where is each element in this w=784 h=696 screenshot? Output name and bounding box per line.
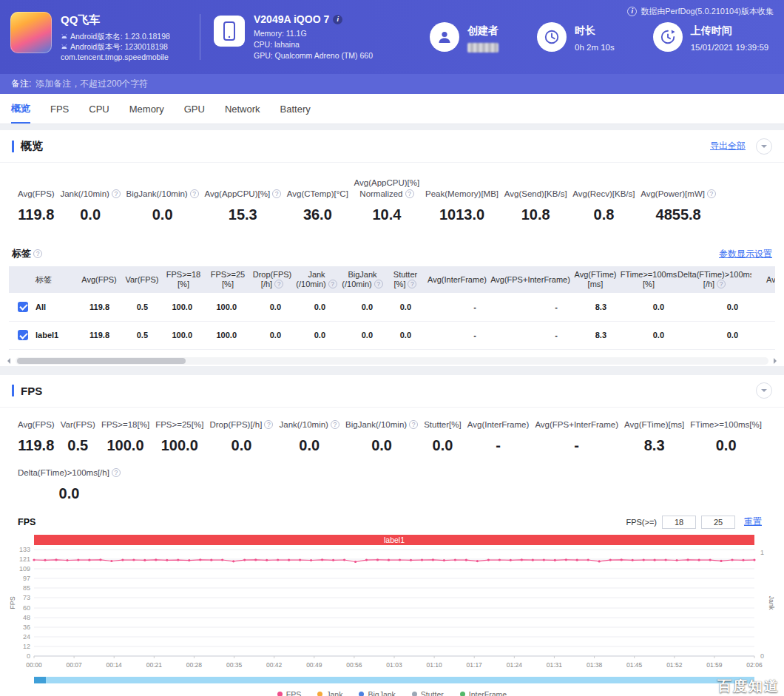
legend-label: FPS	[286, 690, 301, 696]
fps-metrics-row2: Delta(FTime)>100ms[/h]?0.0	[0, 457, 784, 513]
metric: Var(FPS)0.5	[61, 419, 95, 454]
tab-Battery[interactable]: Battery	[280, 94, 311, 124]
svg-text:0: 0	[760, 652, 764, 660]
help-icon[interactable]: ?	[112, 468, 121, 477]
metric-label: Drop(FPS)[/h]?	[209, 419, 273, 430]
cell-value: 0.5	[123, 321, 161, 349]
export-all-link[interactable]: 导出全部	[710, 140, 746, 152]
svg-text:01:17: 01:17	[467, 661, 483, 669]
legend-label: BigJank	[368, 690, 395, 696]
svg-text:1: 1	[760, 549, 764, 556]
tab-Network[interactable]: Network	[225, 94, 260, 124]
metric-label: Avg(Recv)[KB/s]	[572, 189, 635, 200]
row-label: All	[36, 303, 46, 311]
tab-FPS[interactable]: FPS	[50, 94, 69, 124]
metric-label: Avg(FPS+InterFrame)	[535, 419, 618, 430]
metric: FPS>=18[%]100.0	[101, 419, 149, 454]
legend-item-InterFrame[interactable]: InterFrame	[460, 690, 507, 696]
labels-table: 标签Avg(FPS)Var(FPS)FPS>=18[%]FPS>=25[%]Dr…	[9, 266, 775, 350]
svg-text:01:24: 01:24	[507, 661, 523, 669]
legend-item-Stutter[interactable]: Stutter	[412, 690, 444, 696]
help-icon[interactable]: ?	[374, 280, 383, 288]
tab-GPU[interactable]: GPU	[184, 94, 205, 124]
app-icon	[10, 12, 52, 53]
android-icon	[61, 44, 67, 50]
scroll-right-arrow[interactable]	[774, 358, 777, 364]
tab-CPU[interactable]: CPU	[89, 94, 109, 124]
metric: Avg(FPS)119.8	[18, 419, 55, 454]
scrollbar-thumb[interactable]	[17, 358, 186, 364]
row-checkbox[interactable]	[18, 330, 28, 340]
fps-threshold2-input[interactable]	[701, 516, 735, 529]
help-icon[interactable]: ?	[112, 189, 121, 198]
help-icon[interactable]: ?	[717, 280, 726, 288]
metric-value: 0.0	[60, 206, 120, 223]
metric-value: -	[535, 437, 618, 454]
metric: FPS>=25[%]100.0	[155, 419, 203, 454]
collapse-fps-button[interactable]	[756, 382, 772, 399]
help-icon[interactable]: ?	[33, 249, 42, 258]
help-icon[interactable]: ?	[272, 189, 281, 198]
metric-label: Avg(FPS)	[18, 419, 55, 430]
legend-item-Jank[interactable]: Jank	[317, 690, 342, 696]
scroll-left-arrow[interactable]	[7, 358, 10, 364]
labels-title: 标签	[12, 247, 31, 260]
device-info-block: V2049A iQOO 7 i Memory: 11.1G CPU: lahai…	[214, 13, 391, 61]
svg-text:01:59: 01:59	[706, 661, 723, 669]
note-bar[interactable]: 备注: 添加备注，不超过200个字符	[0, 74, 784, 94]
legend-item-FPS[interactable]: FPS	[277, 690, 301, 696]
cell-value: -	[425, 321, 490, 349]
legend-item-BigJank[interactable]: BigJank	[359, 690, 395, 696]
svg-text:36: 36	[23, 624, 30, 631]
cell-value: 0.0	[250, 321, 294, 349]
help-icon[interactable]: ?	[264, 420, 273, 429]
cell-value: 0.0	[620, 321, 677, 349]
watermark: 百度知道	[717, 677, 780, 696]
tab-Memory[interactable]: Memory	[129, 94, 164, 124]
upload-time-label: 上传时间	[691, 24, 769, 38]
help-icon[interactable]: ?	[409, 420, 418, 429]
help-icon[interactable]: ?	[328, 280, 337, 288]
metric-label: Avg(Power)[mW]?	[641, 189, 716, 200]
metric-label: FPS>=25[%]	[155, 419, 203, 430]
column-header: FPS>=18[%]	[161, 266, 206, 293]
help-icon[interactable]: ?	[274, 280, 283, 288]
accent-bar	[12, 141, 14, 152]
cell-value: 0.0	[294, 321, 339, 349]
scrollbar-track[interactable]	[16, 357, 768, 365]
collapse-overview-button[interactable]	[756, 138, 772, 155]
legend-label: Jank	[326, 690, 342, 696]
column-header: 标签	[9, 266, 75, 293]
row-checkbox[interactable]	[18, 302, 28, 312]
cell-value: 0.0	[620, 293, 677, 321]
duration-value: 0h 2m 10s	[575, 43, 615, 52]
metric: Stutter[%]0.0	[424, 419, 462, 454]
reset-link[interactable]: 重置	[744, 516, 762, 528]
help-icon[interactable]: ?	[408, 280, 416, 288]
metric: Avg(CTemp)[°C]36.0	[287, 189, 348, 223]
svg-text:01:03: 01:03	[386, 661, 402, 669]
help-icon[interactable]: ?	[190, 189, 199, 198]
table-horizontal-scrollbar	[7, 356, 777, 366]
metric-label: Stutter[%]	[424, 419, 462, 430]
help-icon[interactable]: ?	[331, 420, 339, 429]
fps-line-chart[interactable]: 1331211099785736048362412010FPSJank00:00…	[9, 545, 775, 672]
column-header: Avg(InterFrame)	[425, 266, 490, 293]
help-icon[interactable]: ?	[405, 189, 414, 198]
help-icon[interactable]: ?	[707, 189, 716, 198]
tab-概览[interactable]: 概览	[11, 94, 30, 124]
overview-section: 概览 导出全部 Avg(FPS)119.8Jank(/10min)?0.0Big…	[0, 130, 784, 366]
svg-text:FPS: FPS	[9, 596, 16, 609]
metric: Jank(/10min)?0.0	[60, 189, 120, 223]
chart-scrollbar-thumb[interactable]	[34, 677, 46, 683]
fps-threshold1-input[interactable]	[662, 516, 696, 529]
cell-value: 0.0	[250, 293, 294, 321]
info-icon[interactable]: i	[333, 15, 342, 24]
cell-value: 0.0	[386, 321, 425, 349]
labels-header: 标签 ? 参数显示设置	[0, 243, 784, 266]
svg-text:00:14: 00:14	[107, 661, 123, 669]
metric-value: 10.4	[354, 206, 420, 223]
chart-horizontal-scrollbar[interactable]	[34, 677, 754, 683]
parameter-display-settings-link[interactable]: 参数显示设置	[719, 248, 772, 260]
column-header: BigJank(/10min)?	[339, 266, 386, 293]
